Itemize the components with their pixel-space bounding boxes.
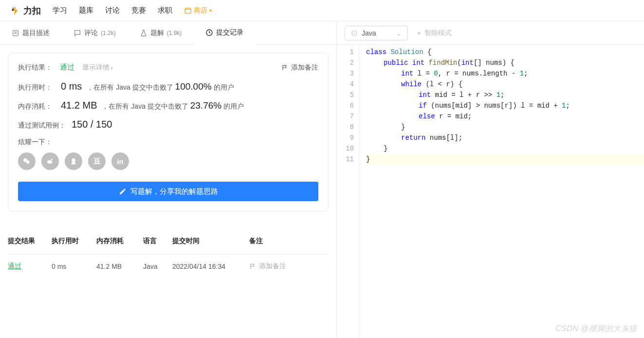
tab-count: (1.2k)	[101, 30, 116, 37]
runtime-value: 0 ms	[61, 81, 82, 92]
language-label: Java	[362, 29, 376, 37]
shop-label: 商店	[194, 6, 207, 15]
editor-header: Java ⌄ 智能模式	[337, 21, 644, 45]
history-row[interactable]: 通过 0 ms 41.2 MB Java 2022/04/14 16:34 添加…	[8, 254, 329, 279]
col-mem-header: 内存消耗	[96, 237, 143, 245]
info-icon	[351, 30, 358, 37]
language-select[interactable]: Java ⌄	[345, 26, 408, 40]
memory-desc: ，在所有 Java 提交中击败了 23.76% 的用户	[102, 100, 244, 111]
svg-point-6	[26, 160, 30, 164]
nav-link-shop[interactable]: 商店 ▾	[184, 6, 212, 15]
tab-comments[interactable]: 评论 (1.2k)	[62, 21, 128, 45]
row-note-text: 添加备注	[259, 262, 286, 271]
chevron-down-icon: ⌄	[396, 29, 402, 37]
col-note-header: 备注	[249, 237, 329, 245]
show-detail-text: 显示详情	[82, 63, 110, 72]
memory-percent: 23.76%	[190, 100, 221, 111]
tab-label: 提交记录	[216, 28, 243, 37]
pencil-icon	[119, 188, 127, 195]
row-add-note[interactable]: 添加备注	[249, 262, 329, 271]
write-solution-label: 写题解，分享我的解题思路	[130, 187, 218, 196]
status-badge: 通过	[60, 63, 74, 72]
add-note-text: 添加备注	[291, 63, 318, 72]
top-navbar: 力扣 学习 题库 讨论 竞赛 求职 商店 ▾	[0, 0, 644, 21]
social-icons: 豆 in	[18, 152, 318, 170]
svg-point-9	[72, 158, 75, 163]
brand-text: 力扣	[23, 5, 41, 17]
svg-point-10	[72, 162, 76, 165]
row-status[interactable]: 通过	[8, 262, 21, 270]
nav-link-problems[interactable]: 题库	[79, 6, 93, 15]
col-lang-header: 语言	[143, 237, 172, 245]
col-time-header: 执行用时	[52, 237, 96, 245]
smart-mode-toggle[interactable]: 智能模式	[418, 29, 452, 38]
col-status-header: 提交结果	[8, 237, 52, 245]
weibo-icon[interactable]	[41, 152, 59, 170]
shop-icon	[184, 7, 192, 15]
flask-icon	[140, 29, 147, 37]
tab-solutions[interactable]: 题解 (1.9k)	[128, 21, 194, 45]
nav-link-jobs[interactable]: 求职	[158, 6, 172, 15]
code-content[interactable]: class Solution {public int findMin(int[]…	[359, 47, 644, 338]
tab-bar: 题目描述 评论 (1.2k) 题解 (1.9k) 提交记录	[0, 21, 336, 45]
add-note-button[interactable]: 添加备注	[281, 63, 318, 72]
tab-description[interactable]: 题目描述	[0, 21, 62, 45]
line-gutter: 1234567891011	[337, 47, 359, 338]
qq-icon[interactable]	[65, 152, 82, 170]
svg-point-7	[47, 160, 53, 164]
flag-icon	[281, 64, 288, 71]
row-lang: Java	[143, 263, 172, 270]
right-panel: Java ⌄ 智能模式 1234567891011 class Solution…	[337, 21, 644, 338]
cases-value: 150 / 150	[72, 119, 112, 130]
memory-label: 内存消耗：	[18, 102, 56, 111]
share-label: 炫耀一下：	[18, 138, 318, 147]
smart-mode-label: 智能模式	[424, 29, 452, 38]
col-submit-header: 提交时间	[172, 237, 249, 245]
row-time: 0 ms	[52, 263, 96, 270]
leetcode-logo-icon	[10, 5, 20, 16]
write-solution-button[interactable]: 写题解，分享我的解题思路	[18, 182, 318, 201]
submission-card: 执行结果： 通过 显示详情 › 添加备注 执行用时： 0 ms ，在所有 Jav…	[8, 53, 329, 211]
runtime-percent: 100.00%	[175, 81, 212, 92]
tab-count: (1.9k)	[167, 30, 182, 37]
history-icon	[205, 29, 213, 37]
chevron-down-icon: ▾	[209, 8, 212, 13]
douban-icon[interactable]: 豆	[88, 152, 106, 170]
submission-history: 提交结果 执行用时 内存消耗 语言 提交时间 备注 通过 0 ms 41.2 M…	[8, 229, 329, 279]
code-editor[interactable]: 1234567891011 class Solution {public int…	[337, 45, 644, 338]
nav-link-study[interactable]: 学习	[53, 6, 67, 15]
row-submit-time: 2022/04/14 16:34	[172, 263, 249, 270]
nav-link-contest[interactable]: 竞赛	[131, 6, 146, 15]
linkedin-icon[interactable]: in	[111, 152, 129, 170]
runtime-desc: ，在所有 Java 提交中击败了 100.00% 的用户	[87, 81, 234, 92]
runtime-label: 执行用时：	[18, 83, 56, 92]
show-detail-link[interactable]: 显示详情 ›	[82, 63, 113, 72]
description-icon	[12, 29, 19, 37]
result-label: 执行结果：	[18, 63, 52, 72]
cases-label: 通过测试用例：	[18, 121, 67, 130]
svg-point-8	[51, 159, 53, 160]
tab-submissions[interactable]: 提交记录	[194, 21, 256, 45]
smart-mode-dot	[418, 32, 421, 35]
wechat-icon[interactable]	[18, 152, 36, 170]
chevron-right-icon: ›	[110, 64, 113, 72]
flag-icon	[249, 263, 256, 270]
comment-icon	[74, 29, 81, 37]
nav-link-discuss[interactable]: 讨论	[105, 6, 120, 15]
tab-label: 评论	[84, 29, 98, 38]
row-mem: 41.2 MB	[96, 263, 143, 270]
brand-logo[interactable]: 力扣	[10, 5, 41, 17]
left-panel: 题目描述 评论 (1.2k) 题解 (1.9k) 提交记录 执行结果： 通	[0, 21, 337, 338]
memory-value: 41.2 MB	[61, 100, 97, 111]
tab-label: 题解	[150, 29, 164, 38]
history-header: 提交结果 执行用时 内存消耗 语言 提交时间 备注	[8, 229, 329, 254]
tab-label: 题目描述	[22, 29, 50, 38]
svg-rect-0	[185, 9, 191, 13]
